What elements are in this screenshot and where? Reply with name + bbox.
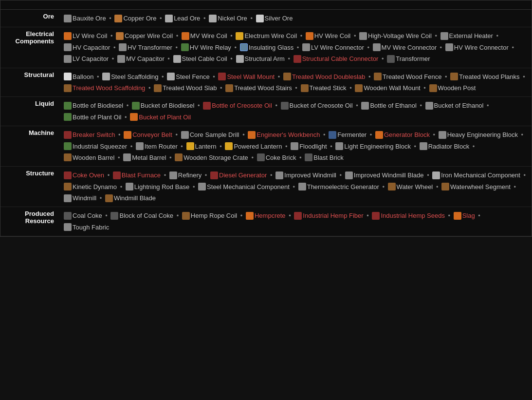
item-name: HV Transformer <box>128 44 172 51</box>
item-name: LV Wire Connector <box>311 44 364 51</box>
list-item: Generator Block <box>375 131 430 138</box>
list-item: MV Wire Connector <box>373 44 437 51</box>
item-separator: • <box>191 183 197 190</box>
dark-icon <box>281 102 289 110</box>
item-separator: • <box>286 55 292 62</box>
item-name: Wooden Barrel <box>73 154 114 161</box>
list-item: Steel Cable Coil <box>173 55 227 62</box>
list-item: Steel Mechanical Component <box>198 183 290 190</box>
list-item: Windmill <box>64 194 96 202</box>
item-separator: • <box>274 102 279 109</box>
item-separator: • <box>367 73 372 80</box>
item-separator: • <box>250 154 256 161</box>
item-name: HV Wire Coil <box>314 32 350 39</box>
item-separator: • <box>166 55 172 62</box>
gray-icon <box>361 102 369 110</box>
list-item: Thermoelectric Generator <box>298 183 379 190</box>
brown-icon <box>182 212 190 220</box>
item-separator: • <box>179 143 185 150</box>
items-cell-electrical: LV Wire Coil • Copper Wire Coil • MV Wir… <box>59 27 532 68</box>
item-name: Coke Oven <box>73 171 104 179</box>
list-item: Copper Ore <box>114 15 156 22</box>
item-name: MV Capacitor <box>126 55 165 62</box>
item-separator: • <box>147 84 152 92</box>
item-separator: • <box>218 84 224 92</box>
item-separator: • <box>418 102 424 109</box>
item-name: Insulating Glass <box>249 44 294 51</box>
green-icon <box>181 43 189 51</box>
orange-icon <box>182 32 189 40</box>
item-name: Hempcrete <box>255 212 286 219</box>
category-row-machine: MachineBreaker Switch • Conveyor Belt • … <box>0 126 532 167</box>
item-name: Breaker Switch <box>73 131 115 138</box>
list-item: Bottle of Biodiesel <box>64 102 123 109</box>
item-name: Metal Barrel <box>132 154 166 161</box>
list-item: Blast Brick <box>305 154 343 161</box>
red-icon <box>294 55 301 63</box>
dark-icon <box>387 55 395 63</box>
item-name: Powered Lantern <box>234 143 282 150</box>
brown-icon <box>154 84 162 92</box>
items-cell-structural: Balloon • Steel Scaffolding • Steel Fenc… <box>59 68 532 97</box>
item-separator: • <box>298 154 304 161</box>
list-item: Coal Coke <box>64 212 102 219</box>
green-icon <box>64 113 72 121</box>
item-separator: • <box>425 171 431 179</box>
item-name: Treated Wood Slab <box>163 84 217 92</box>
brown-icon <box>441 183 449 190</box>
item-name: Copper Wire Coil <box>125 32 173 39</box>
list-item: Waterwheel Segment <box>441 183 511 190</box>
yellow-icon <box>236 32 243 40</box>
item-separator: • <box>422 84 428 92</box>
dark-icon <box>64 212 72 220</box>
brown-icon <box>175 153 183 161</box>
orange-icon <box>130 113 138 121</box>
item-separator: • <box>477 212 480 219</box>
orange-icon <box>64 32 72 40</box>
list-item: Industrial Squeezer <box>64 143 127 150</box>
list-item: Lead Ore <box>165 15 200 22</box>
list-item: Conveyor Belt <box>124 131 172 138</box>
item-name: Windmill Blade <box>114 194 156 202</box>
item-name: MV Wire Connector <box>382 44 437 51</box>
item-separator: • <box>98 194 104 202</box>
item-separator: • <box>298 32 304 39</box>
item-name: Steel Fence <box>176 73 209 80</box>
item-separator: • <box>123 114 128 121</box>
red-icon <box>218 73 226 80</box>
item-name: Engineer's Workbench <box>257 131 320 138</box>
list-item: Nickel Ore <box>209 15 247 22</box>
list-item: Industrial Hemp Seeds <box>372 212 445 219</box>
list-item: LV Wire Connector <box>302 44 364 51</box>
item-separator: • <box>471 143 475 150</box>
brown-icon <box>225 84 233 92</box>
item-name: Iron Mechanical Component <box>441 171 520 179</box>
list-item: Hempcrete <box>246 212 286 219</box>
item-name: Coke Brick <box>266 154 296 161</box>
gray-icon <box>425 102 433 110</box>
item-name: Treated Wood Fence <box>383 73 441 80</box>
item-name: Bauxite Ore <box>73 15 106 22</box>
list-item: Balloon <box>64 73 93 80</box>
list-item: Treated Wood Doubleslab <box>283 73 365 80</box>
item-separator: • <box>431 131 437 138</box>
category-label-ore: Ore <box>0 10 59 27</box>
gray-icon <box>123 153 131 161</box>
red-icon <box>113 171 121 179</box>
list-item: Industrial Hemp Fiber <box>294 212 363 219</box>
item-name: Structural Cable Connector <box>302 55 379 62</box>
gray-icon <box>302 43 310 51</box>
item-separator: • <box>111 44 117 51</box>
list-item: Heavy Engineering Block <box>439 131 518 138</box>
item-separator: • <box>108 15 113 22</box>
item-name: Treated Wood Doubleslab <box>292 73 365 80</box>
page-title <box>0 0 532 10</box>
yellow-icon <box>186 142 194 150</box>
item-separator: • <box>380 55 385 62</box>
item-separator: • <box>485 102 489 109</box>
item-name: Floodlight <box>299 143 327 150</box>
items-table: OreBauxite Ore • Copper Ore • Lead Ore •… <box>0 10 532 236</box>
orange-icon <box>306 32 313 40</box>
list-item: Copper Wire Coil <box>116 32 173 39</box>
item-name: Block of Coal Coke <box>119 212 173 219</box>
